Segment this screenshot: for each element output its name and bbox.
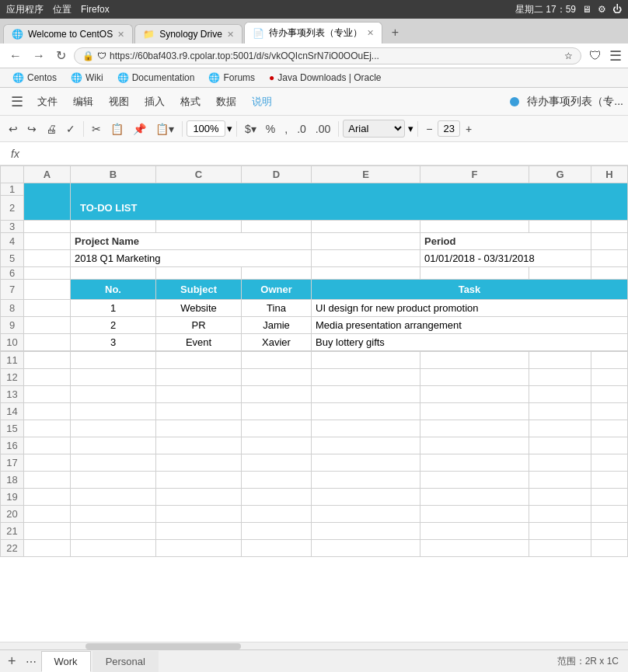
cell-empty-18-6[interactable] [529, 471, 591, 488]
undo-button[interactable]: ↩ [5, 120, 22, 138]
font-size-controls[interactable]: − 23 + [422, 120, 476, 138]
cell-empty-19-2[interactable] [156, 488, 242, 505]
cell-empty-11-7[interactable] [591, 351, 628, 368]
cell-owner-1[interactable]: Tina [242, 299, 312, 316]
cell-empty-11-5[interactable] [420, 351, 529, 368]
paste-special-button[interactable]: 📋▾ [152, 120, 178, 138]
menu-insert[interactable]: 插入 [137, 90, 173, 113]
cell-empty-21-7[interactable] [591, 522, 628, 539]
cell-E4[interactable] [312, 232, 420, 249]
cell-E6[interactable] [312, 266, 420, 279]
cell-empty-13-7[interactable] [591, 385, 628, 402]
cell-empty-14-7[interactable] [591, 402, 628, 420]
cell-empty-15-3[interactable] [242, 420, 312, 437]
tab2-close[interactable]: ✕ [227, 30, 234, 40]
bookmark-wiki[interactable]: 🌐 Wiki [65, 71, 110, 85]
cell-subject-3[interactable]: Event [156, 333, 242, 350]
cell-empty-17-7[interactable] [591, 454, 628, 471]
cell-empty-20-5[interactable] [420, 505, 529, 522]
cell-empty-14-2[interactable] [156, 402, 242, 420]
bookmark-forums[interactable]: 🌐 Forums [202, 71, 261, 85]
cell-empty-16-5[interactable] [420, 437, 529, 454]
cell-empty-18-2[interactable] [156, 471, 242, 488]
cell-empty-11-0[interactable] [24, 351, 71, 368]
cell-empty-14-3[interactable] [242, 402, 312, 420]
cell-period-value[interactable]: 01/01/2018 - 03/31/2018 [420, 249, 591, 266]
cell-empty-14-6[interactable] [529, 402, 591, 420]
cell-empty-15-1[interactable] [71, 420, 156, 437]
cell-empty-13-2[interactable] [156, 385, 242, 402]
cell-owner-header[interactable]: Owner [242, 279, 312, 299]
cell-empty-18-4[interactable] [312, 471, 420, 488]
cell-A8[interactable] [24, 299, 71, 316]
cell-empty-19-3[interactable] [242, 488, 312, 505]
browser-tab-2[interactable]: 📁 Synology Drive ✕ [134, 24, 242, 44]
menu-view[interactable]: 视图 [101, 90, 137, 113]
cell-empty-22-3[interactable] [242, 539, 312, 556]
cell-empty-21-6[interactable] [529, 522, 591, 539]
cell-G6[interactable] [529, 266, 591, 279]
cell-task-1[interactable]: UI design for new product promotion [312, 299, 628, 316]
cell-B6[interactable] [71, 266, 156, 279]
zoom-input[interactable]: 100% [187, 120, 225, 137]
percent-button[interactable]: % [262, 120, 279, 138]
cell-F6[interactable] [420, 266, 529, 279]
font-dropdown[interactable]: Arial [343, 120, 405, 138]
cell-empty-15-4[interactable] [312, 420, 420, 437]
decimal-dec-button[interactable]: .0 [293, 120, 310, 138]
cell-empty-16-2[interactable] [156, 437, 242, 454]
cell-empty-13-3[interactable] [242, 385, 312, 402]
cell-empty-17-4[interactable] [312, 454, 420, 471]
cell-empty-15-7[interactable] [591, 420, 628, 437]
cell-empty-18-1[interactable] [71, 471, 156, 488]
copy-button[interactable]: 📋 [106, 120, 127, 138]
print-button[interactable]: 🖨 [42, 120, 61, 138]
bookmark-docs[interactable]: 🌐 Documentation [111, 71, 201, 85]
cell-H4[interactable] [591, 232, 628, 249]
cell-H5[interactable] [591, 249, 628, 266]
os-browser-label[interactable]: Firefox [81, 4, 110, 15]
horizontal-scrollbar[interactable] [0, 642, 628, 649]
sheet-grid-wrap[interactable]: A B C D E F G H 1 [0, 165, 628, 642]
cell-empty-15-5[interactable] [420, 420, 529, 437]
bookmark-java[interactable]: ● Java Downloads | Oracle [263, 71, 387, 85]
cell-empty-20-4[interactable] [312, 505, 420, 522]
cell-empty-12-5[interactable] [420, 368, 529, 385]
cell-G3[interactable] [529, 220, 591, 232]
cell-empty-19-5[interactable] [420, 488, 529, 505]
cell-task-3[interactable]: Buy lottery gifts [312, 333, 628, 350]
cell-empty-11-4[interactable] [312, 351, 420, 368]
extensions-button[interactable]: 🛡 [586, 47, 605, 64]
col-header-H[interactable]: H [591, 166, 628, 183]
cell-empty-20-7[interactable] [591, 505, 628, 522]
cell-empty-20-0[interactable] [24, 505, 71, 522]
cell-title-row1[interactable] [71, 183, 628, 196]
cell-empty-22-6[interactable] [529, 539, 591, 556]
currency-button[interactable]: $▾ [241, 120, 260, 138]
menu-data[interactable]: 数据 [208, 90, 244, 113]
cell-empty-21-4[interactable] [312, 522, 420, 539]
cell-todo-title[interactable]: TO-DO LIST [71, 196, 628, 221]
cut-button[interactable]: ✂ [88, 120, 105, 138]
cell-A4[interactable] [24, 232, 71, 249]
cell-A7[interactable] [24, 279, 71, 299]
cell-empty-15-2[interactable] [156, 420, 242, 437]
cell-empty-17-5[interactable] [420, 454, 529, 471]
cell-A6[interactable] [24, 266, 71, 279]
cell-empty-22-7[interactable] [591, 539, 628, 556]
cell-empty-12-6[interactable] [529, 368, 591, 385]
cell-empty-20-6[interactable] [529, 505, 591, 522]
cell-empty-14-4[interactable] [312, 402, 420, 420]
sheet-menu-button[interactable]: ⋯ [21, 654, 41, 670]
cell-task-header[interactable]: Task [312, 279, 628, 299]
cell-empty-21-2[interactable] [156, 522, 242, 539]
sheet-tab-personal[interactable]: Personal [92, 651, 159, 672]
cell-empty-12-2[interactable] [156, 368, 242, 385]
cell-empty-21-5[interactable] [420, 522, 529, 539]
menu-format[interactable]: 格式 [173, 90, 208, 113]
cell-H3[interactable] [591, 220, 628, 232]
comma-button[interactable]: , [281, 120, 291, 138]
cell-empty-12-1[interactable] [71, 368, 156, 385]
col-header-E[interactable]: E [312, 166, 420, 183]
cell-empty-16-7[interactable] [591, 437, 628, 454]
